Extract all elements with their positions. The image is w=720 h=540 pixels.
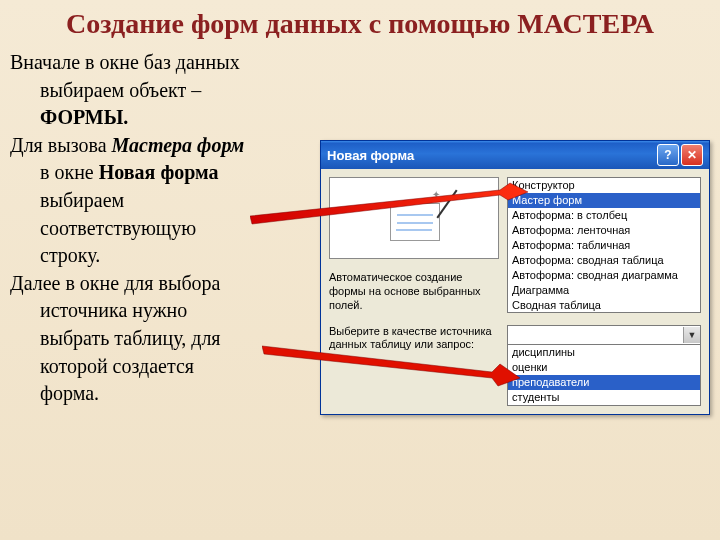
form-type-option[interactable]: Сводная таблица: [508, 298, 700, 313]
slide-title: Создание форм данных с помощью МАСТЕРА: [0, 0, 720, 50]
instruction-text: Вначале в окне баз данных выбираем объек…: [10, 50, 310, 409]
p3-line4: которой создается: [10, 354, 310, 380]
dialog-titlebar[interactable]: Новая форма ? ✕: [321, 141, 709, 169]
p3-line1: Далее в окне для выбора: [10, 272, 220, 294]
form-preview: ✦: [329, 177, 499, 259]
p3-line2: источника нужно: [10, 298, 310, 324]
close-button[interactable]: ✕: [681, 144, 703, 166]
p1-line1: Вначале в окне баз данных: [10, 51, 240, 73]
p2-window: Новая форма: [99, 161, 219, 183]
p2-line5: строку.: [10, 243, 310, 269]
form-type-option[interactable]: Мастер форм: [508, 193, 700, 208]
new-form-dialog: Новая форма ? ✕ ✦ Автоматическое создани…: [320, 140, 710, 415]
p2-part3: в окне: [40, 161, 99, 183]
p3-line3: выбрать таблицу, для: [10, 326, 310, 352]
chevron-down-icon[interactable]: ▼: [683, 327, 700, 343]
help-button[interactable]: ?: [657, 144, 679, 166]
source-option[interactable]: оценки: [508, 360, 700, 375]
source-option[interactable]: студенты: [508, 390, 700, 405]
form-type-option[interactable]: Автоформа: в столбец: [508, 208, 700, 223]
form-type-option[interactable]: Конструктор: [508, 178, 700, 193]
source-dropdown-list[interactable]: дисциплиныоценкипреподавателистуденты: [507, 345, 701, 406]
source-combo[interactable]: ▼: [507, 325, 701, 345]
form-type-option[interactable]: Автоформа: сводная диаграмма: [508, 268, 700, 283]
form-description: Автоматическое создание формы на основе …: [329, 269, 499, 312]
form-type-option[interactable]: Автоформа: сводная таблица: [508, 253, 700, 268]
form-type-option[interactable]: Автоформа: табличная: [508, 238, 700, 253]
p1-line2: выбираем объект –: [40, 79, 201, 101]
p3-line5: форма.: [10, 381, 310, 407]
form-type-option[interactable]: Диаграмма: [508, 283, 700, 298]
source-option[interactable]: преподаватели: [508, 375, 700, 390]
dialog-title: Новая форма: [327, 148, 414, 163]
source-prompt: Выберите в качестве источника данных таб…: [329, 319, 499, 406]
p2-line4: соответствующую: [10, 216, 310, 242]
form-type-list[interactable]: КонструкторМастер формАвтоформа: в столб…: [507, 177, 701, 313]
source-option[interactable]: дисциплины: [508, 345, 700, 360]
p2-line3: выбираем: [10, 188, 310, 214]
form-type-option[interactable]: Автоформа: ленточная: [508, 223, 700, 238]
p2-wizard: Мастера форм: [112, 134, 245, 156]
p2-part1: Для вызова: [10, 134, 112, 156]
p1-highlight: ФОРМЫ.: [40, 106, 128, 128]
close-icon: ✕: [687, 148, 697, 162]
wizard-icon: ✦: [384, 193, 444, 243]
